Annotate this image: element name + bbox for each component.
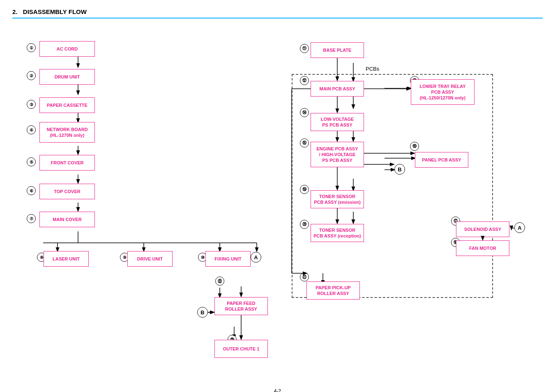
num-11: ⑪ [300,44,309,53]
num-14: ⑭ [300,108,309,117]
num-15: ⑮ [300,138,309,148]
section-header: 2. DISASSEMBLY FLOW [12,8,543,18]
box-paper-feed: PAPER FEED ROLLER ASSY [214,297,268,315]
num-22: ㉒ [215,277,224,286]
box-panel-pcb: PANEL PCB ASSY [415,152,468,168]
box-drive-unit: DRIVE UNIT [127,251,173,267]
num-6: ⑥ [27,186,36,195]
box-low-voltage: LOW-VOLTAGE PS PCB ASSY [311,113,364,131]
box-base-plate: BASE PLATE [311,42,364,58]
box-solenoid: SOLENOID ASSY [456,221,509,237]
letter-b-left: B [197,307,208,318]
box-network-board: NETWORK BOARD (HL-1270N only) [39,122,95,143]
box-paper-pickup: PAPER PICK-UP ROLLER ASSY [306,281,360,300]
section-title: DISASSEMBLY FLOW [23,8,87,15]
num-12: ⑫ [300,76,309,85]
num-1: ① [27,43,36,52]
section-number: 2. [12,8,18,15]
box-main-pcb: MAIN PCB ASSY [311,81,364,97]
box-outer-chute: OUTER CHUTE 1 [214,340,268,358]
num-3: ③ [27,100,36,109]
box-engine-pcb: ENGINE PCB ASSY / HIGH-VOLTAGE PS PCB AS… [311,142,364,167]
num-2: ② [27,71,36,80]
box-paper-cassette: PAPER CASSETTE [39,97,95,113]
num-19: ⑲ [300,185,309,194]
box-lower-tray: LOWER TRAY RELAY PCB ASSY (HL-1250/1270N… [411,79,474,105]
box-toner-reception: TONER SENSOR PCB ASSY (reception) [311,224,364,242]
num-7: ⑦ [27,214,36,223]
box-fan-motor: FAN MOTOR [456,240,509,256]
pcbs-label: PCBs [366,66,379,72]
box-front-cover: FRONT COVER [39,155,95,171]
box-top-cover: TOP COVER [39,184,95,199]
letter-b-right: B [394,164,405,175]
box-main-cover: MAIN COVER [39,212,95,227]
flow-diagram: PCBs ① AC CORD ② DRUM UNIT ③ PAPER CASSE… [12,31,538,384]
letter-a-right: A [514,222,525,233]
page-number: 4-2 [12,388,543,392]
num-5: ⑤ [27,157,36,166]
num-16: ⑯ [410,142,419,151]
box-laser-unit: LASER UNIT [44,251,89,267]
box-ac-cord: AC CORD [39,41,95,57]
box-toner-emission: TONER SENSOR PCB ASSY (emission) [311,190,364,208]
num-20: ⑳ [300,220,309,229]
num-4: ④ [27,125,36,134]
box-fixing-unit: FIXING UNIT [205,251,251,267]
num-21: ㉑ [300,272,309,281]
box-drum-unit: DRUM UNIT [39,69,95,85]
pcb-dashed-box [292,74,493,298]
letter-a-left: A [251,252,261,263]
